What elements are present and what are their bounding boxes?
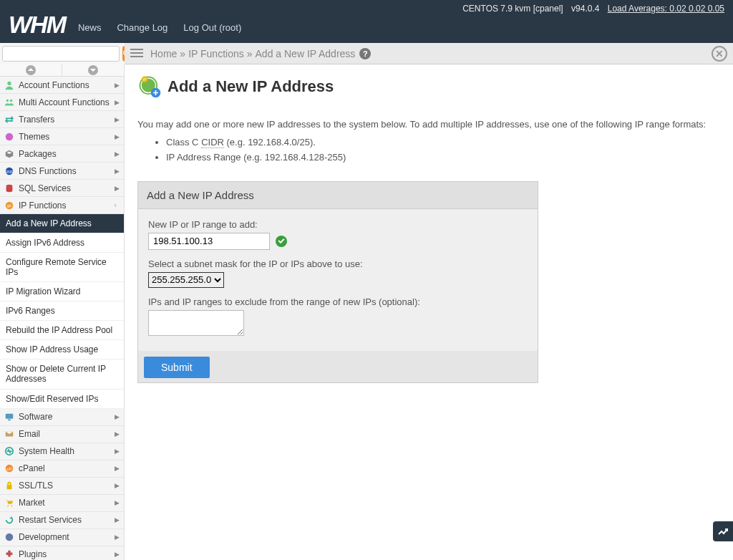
nav-logout[interactable]: Log Out (root) bbox=[183, 22, 241, 33]
svg-text:cP: cP bbox=[6, 466, 11, 471]
restart-icon bbox=[4, 515, 14, 525]
sidebar-item-cpanel[interactable]: cP cPanel ▶ bbox=[0, 460, 124, 478]
collapse-all-button[interactable] bbox=[0, 64, 62, 76]
ip-label: New IP or IP range to add: bbox=[148, 219, 528, 230]
submit-button[interactable]: Submit bbox=[144, 357, 210, 378]
nav-news[interactable]: News bbox=[78, 22, 102, 33]
main-content: IP Add a New IP Address You may add one … bbox=[125, 64, 733, 560]
sidebar-item-label: Multi Account Functions bbox=[19, 97, 115, 107]
sidebar-sub-show-usage[interactable]: Show IP Address Usage bbox=[0, 340, 124, 359]
chevron-right-icon: ▶ bbox=[115, 99, 120, 106]
sidebar-sub-ip-migration[interactable]: IP Migration Wizard bbox=[0, 282, 124, 301]
sidebar-sub-assign-ipv6[interactable]: Assign IPv6 Address bbox=[0, 233, 124, 253]
load-averages-link[interactable]: Load Averages: 0.02 0.02 0.05 bbox=[608, 4, 724, 14]
sidebar-item-ip-functions[interactable]: IP IP Functions ⌄ bbox=[0, 197, 124, 214]
add-ip-icon: IP bbox=[137, 74, 162, 99]
sidebar-item-plugins[interactable]: Plugins ▶ bbox=[0, 546, 124, 560]
code-icon bbox=[4, 532, 14, 542]
sidebar-item-label: Themes bbox=[19, 132, 115, 142]
sidebar-sub-ipv6-ranges[interactable]: IPv6 Ranges bbox=[0, 301, 124, 321]
sidebar-sub-rebuild-pool[interactable]: Rebuild the IP Address Pool bbox=[0, 321, 124, 340]
chevron-right-icon: ▶ bbox=[115, 534, 120, 541]
sidebar-item-packages[interactable]: Packages ▶ bbox=[0, 145, 124, 163]
check-icon bbox=[276, 236, 287, 247]
form-panel: Add a New IP Address New IP or IP range … bbox=[137, 181, 538, 383]
ip-icon: IP bbox=[4, 201, 14, 211]
search-input[interactable] bbox=[2, 46, 120, 62]
breadcrumb-home[interactable]: Home bbox=[150, 48, 177, 59]
exclude-textarea[interactable] bbox=[148, 310, 244, 336]
sidebar-item-label: Email bbox=[19, 429, 115, 439]
sidebar-item-label: DNS Functions bbox=[19, 166, 115, 176]
sidebar-item-email[interactable]: Email ▶ bbox=[0, 426, 124, 443]
sidebar-sub-show-delete[interactable]: Show or Delete Current IP Addresses bbox=[0, 359, 124, 390]
sidebar-item-label: Development bbox=[19, 532, 115, 542]
help-icon[interactable]: ? bbox=[359, 48, 371, 59]
sidebar-item-dns-functions[interactable]: DNS DNS Functions ▶ bbox=[0, 163, 124, 180]
nav-changelog[interactable]: Change Log bbox=[117, 22, 168, 33]
package-icon bbox=[4, 149, 14, 159]
sidebar-item-label: Plugins bbox=[19, 549, 115, 559]
chevron-right-icon: ▶ bbox=[115, 168, 120, 175]
user-icon bbox=[4, 80, 14, 90]
cidr-abbr: CIDR bbox=[201, 137, 224, 148]
svg-rect-6 bbox=[6, 414, 14, 419]
menu-toggle-icon[interactable] bbox=[130, 49, 143, 59]
svg-point-0 bbox=[6, 132, 14, 140]
chevron-right-icon: ▶ bbox=[115, 133, 120, 140]
software-icon bbox=[4, 412, 14, 422]
chevron-right-icon: ▶ bbox=[115, 465, 120, 472]
svg-point-12 bbox=[11, 506, 13, 507]
top-bar: CENTOS 7.9 kvm [cpanel] v94.0.4 Load Ave… bbox=[0, 0, 733, 43]
database-icon bbox=[4, 183, 14, 193]
cart-icon bbox=[4, 498, 14, 508]
breadcrumb-sep: » bbox=[180, 48, 185, 59]
chevron-right-icon: ▶ bbox=[115, 185, 120, 192]
sidebar-sub-add-new-ip[interactable]: Add a New IP Address bbox=[0, 214, 124, 233]
expand-all-button[interactable] bbox=[62, 64, 124, 76]
svg-text:DNS: DNS bbox=[5, 169, 14, 173]
sidebar-item-label: Transfers bbox=[19, 115, 115, 125]
sidebar-item-system-health[interactable]: System Health ▶ bbox=[0, 443, 124, 460]
sidebar-item-restart-services[interactable]: Restart Services ▶ bbox=[0, 512, 124, 529]
sidebar-item-label: System Health bbox=[19, 446, 115, 456]
chevron-right-icon: ▶ bbox=[115, 516, 120, 523]
breadcrumb-section[interactable]: IP Functions bbox=[188, 48, 244, 59]
chevron-right-icon: ▶ bbox=[115, 82, 120, 89]
sidebar-item-label: Market bbox=[19, 498, 115, 508]
sidebar: Account Functions ▶ Multi Account Functi… bbox=[0, 64, 125, 560]
format-list: Class C CIDR (e.g. 192.168.4.0/25). IP A… bbox=[166, 135, 720, 165]
stats-float-button[interactable] bbox=[713, 521, 733, 541]
sub-bar: Home » IP Functions » Add a New IP Addre… bbox=[0, 43, 733, 64]
svg-text:IP: IP bbox=[7, 203, 11, 208]
sidebar-item-themes[interactable]: Themes ▶ bbox=[0, 128, 124, 145]
subnet-select[interactable]: 255.255.255.0 bbox=[148, 272, 224, 288]
svg-text:IP: IP bbox=[143, 77, 147, 82]
close-button[interactable]: ✕ bbox=[712, 46, 727, 62]
svg-rect-7 bbox=[8, 420, 11, 421]
sidebar-item-multi-account-functions[interactable]: Multi Account Functions ▶ bbox=[0, 94, 124, 111]
sidebar-item-market[interactable]: Market ▶ bbox=[0, 495, 124, 512]
list-item: Class C CIDR (e.g. 192.168.4.0/25). bbox=[166, 135, 720, 150]
chevron-down-icon bbox=[88, 65, 98, 75]
sidebar-item-label: Software bbox=[19, 412, 115, 422]
ip-input[interactable] bbox=[148, 233, 270, 250]
chevron-up-icon bbox=[26, 65, 36, 75]
sidebar-item-transfers[interactable]: Transfers ▶ bbox=[0, 111, 124, 128]
chevron-right-icon: ▶ bbox=[115, 482, 120, 489]
sidebar-sub-configure-remote[interactable]: Configure Remote Service IPs bbox=[0, 253, 124, 282]
sidebar-item-label: Restart Services bbox=[19, 515, 115, 525]
top-nav: News Change Log Log Out (root) bbox=[78, 22, 241, 43]
sidebar-item-software[interactable]: Software ▶ bbox=[0, 409, 124, 426]
list-item: IP Address Range (e.g. 192.168.4.128-255… bbox=[166, 150, 720, 165]
version-label: v94.0.4 bbox=[571, 4, 599, 14]
sidebar-item-ssl-tls[interactable]: SSL/TLS ▶ bbox=[0, 478, 124, 495]
whm-logo: WHM bbox=[9, 11, 78, 43]
sidebar-item-label: Account Functions bbox=[19, 80, 115, 90]
chevron-right-icon: ▶ bbox=[115, 150, 120, 158]
sidebar-item-label: SQL Services bbox=[19, 183, 115, 193]
sidebar-item-account-functions[interactable]: Account Functions ▶ bbox=[0, 77, 124, 94]
sidebar-item-development[interactable]: Development ▶ bbox=[0, 529, 124, 546]
sidebar-sub-reserved-ips[interactable]: Show/Edit Reserved IPs bbox=[0, 390, 124, 409]
sidebar-item-sql-services[interactable]: SQL Services ▶ bbox=[0, 180, 124, 197]
